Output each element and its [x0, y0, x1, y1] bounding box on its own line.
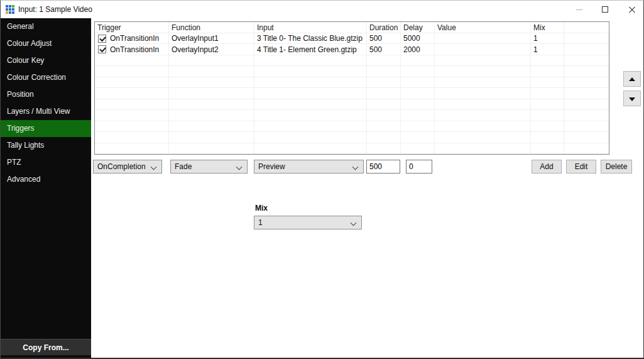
cell-input: [254, 132, 367, 143]
cell-trigger: [95, 99, 169, 110]
cell-duration: [367, 132, 401, 143]
cell-duration: 500: [367, 44, 401, 55]
cell-input: [254, 121, 367, 132]
column-header-input[interactable]: Input: [254, 22, 367, 33]
column-header-blank[interactable]: [564, 22, 609, 33]
table-row[interactable]: OnTransitionInOverlayInput13 Title 0- Th…: [95, 33, 609, 44]
close-button[interactable]: [622, 1, 642, 18]
cell-function: OverlayInput2: [169, 44, 254, 55]
copy-from-button[interactable]: Copy From...: [1, 339, 91, 355]
cell-value: [435, 110, 531, 121]
cell-blank: [564, 132, 609, 143]
sidebar-item-colour-correction[interactable]: Colour Correction: [1, 69, 91, 86]
minimize-icon: [576, 9, 583, 10]
move-up-button[interactable]: [623, 71, 641, 87]
cell-input: [254, 55, 367, 66]
cell-trigger: [95, 66, 169, 77]
function-dropdown[interactable]: Fade: [170, 160, 248, 174]
delay-input[interactable]: [406, 160, 432, 174]
cell-mix: [531, 110, 564, 121]
column-header-trigger[interactable]: Trigger: [95, 22, 169, 33]
table-body: OnTransitionInOverlayInput13 Title 0- Th…: [95, 33, 609, 154]
cell-duration: [367, 55, 401, 66]
cell-function: [169, 110, 254, 121]
sidebar-item-colour-key[interactable]: Colour Key: [1, 52, 91, 69]
chevron-down-icon: [351, 220, 357, 226]
table-header: TriggerFunctionInputDurationDelayValueMi…: [95, 22, 609, 33]
cell-function: [169, 88, 254, 99]
minimize-button[interactable]: [570, 1, 589, 18]
column-header-duration[interactable]: Duration: [367, 22, 401, 33]
mix-label: Mix: [255, 204, 268, 213]
table-row-empty: [95, 66, 609, 77]
titlebar: Input: 1 Sample Video: [1, 1, 643, 18]
sidebar-item-layers-multi-view[interactable]: Layers / Multi View: [1, 103, 91, 120]
cell-trigger: [95, 77, 169, 88]
table-row-empty: [95, 99, 609, 110]
mix-dropdown[interactable]: 1: [254, 216, 362, 229]
cell-mix: [531, 143, 564, 154]
cell-value: [435, 44, 531, 55]
row-checkbox[interactable]: [98, 35, 106, 43]
sidebar-item-ptz[interactable]: PTZ: [1, 154, 91, 171]
sidebar-item-triggers[interactable]: Triggers: [1, 120, 91, 137]
add-button[interactable]: Add: [532, 160, 562, 174]
cell-function: [169, 77, 254, 88]
input-settings-window: Input: 1 Sample Video GeneralColour Adju…: [0, 0, 644, 359]
sidebar-item-general[interactable]: General: [1, 18, 91, 35]
cell-delay: [401, 132, 435, 143]
cell-trigger: [95, 143, 169, 154]
column-header-function[interactable]: Function: [169, 22, 254, 33]
cell-mix: [531, 99, 564, 110]
table-row-empty: [95, 77, 609, 88]
edit-button[interactable]: Edit: [566, 160, 596, 174]
settings-sidebar: GeneralColour AdjustColour KeyColour Cor…: [1, 18, 91, 358]
mix-value: 1: [258, 218, 263, 227]
cell-mix: 1: [531, 33, 564, 44]
sidebar-item-tally-lights[interactable]: Tally Lights: [1, 137, 91, 154]
cell-blank: [564, 33, 609, 44]
cell-delay: [401, 55, 435, 66]
sidebar-item-position[interactable]: Position: [1, 86, 91, 103]
cell-function: [169, 99, 254, 110]
cell-trigger: OnTransitionIn: [95, 33, 169, 44]
cell-blank: [564, 66, 609, 77]
table-row[interactable]: OnTransitionInOverlayInput24 Title 1- El…: [95, 44, 609, 55]
cell-value: [435, 88, 531, 99]
row-checkbox[interactable]: [98, 45, 106, 53]
column-header-mix[interactable]: Mix: [531, 22, 564, 33]
cell-delay: [401, 88, 435, 99]
sidebar-item-colour-adjust[interactable]: Colour Adjust: [1, 35, 91, 52]
table-row-empty: [95, 143, 609, 154]
table-row-empty: [95, 88, 609, 99]
input-dropdown[interactable]: Preview: [254, 160, 364, 174]
cell-value: [435, 77, 531, 88]
cell-duration: [367, 66, 401, 77]
cell-input: [254, 110, 367, 121]
column-header-delay[interactable]: Delay: [401, 22, 435, 33]
cell-function: [169, 66, 254, 77]
cell-duration: [367, 143, 401, 154]
chevron-down-icon: [151, 164, 157, 170]
cell-function: [169, 132, 254, 143]
column-header-value[interactable]: Value: [435, 22, 531, 33]
cell-input: 3 Title 0- The Classic Blue.gtzip: [254, 33, 367, 44]
cell-input: 4 Title 1- Element Green.gtzip: [254, 44, 367, 55]
cell-mix: 1: [531, 44, 564, 55]
cell-duration: 500: [367, 33, 401, 44]
cell-function: OverlayInput1: [169, 33, 254, 44]
delete-button[interactable]: Delete: [601, 160, 632, 174]
cell-trigger: [95, 55, 169, 66]
cell-blank: [564, 121, 609, 132]
cell-blank: [564, 44, 609, 55]
cell-mix: [531, 66, 564, 77]
cell-function: [169, 121, 254, 132]
chevron-down-icon: [236, 164, 243, 170]
cell-input: [254, 99, 367, 110]
maximize-button[interactable]: [596, 1, 614, 18]
cell-delay: 5000: [401, 33, 435, 44]
trigger-type-dropdown[interactable]: OnCompletion: [93, 160, 162, 174]
move-down-button[interactable]: [623, 91, 641, 106]
sidebar-item-advanced[interactable]: Advanced: [1, 171, 91, 188]
duration-input[interactable]: [366, 160, 400, 174]
